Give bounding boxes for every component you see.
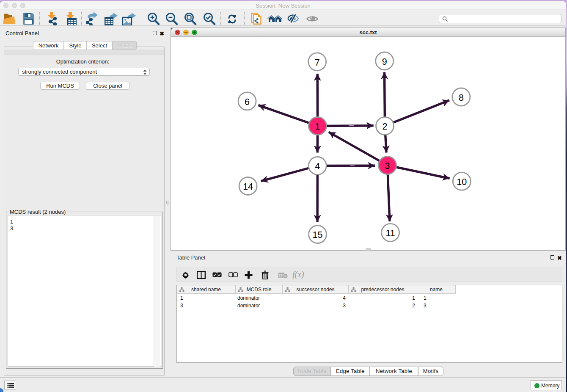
svg-text:15: 15 [313,230,323,240]
svg-text:7: 7 [315,58,320,68]
svg-text:8: 8 [459,93,464,103]
svg-text:4: 4 [315,161,320,171]
svg-text:1: 1 [315,121,320,132]
svg-text:2: 2 [383,121,388,132]
svg-text:11: 11 [385,228,395,238]
svg-text:14: 14 [243,182,253,192]
svg-text:3: 3 [385,161,390,171]
svg-text:6: 6 [245,97,250,107]
svg-text:10: 10 [457,177,467,187]
svg-text:9: 9 [382,57,387,67]
